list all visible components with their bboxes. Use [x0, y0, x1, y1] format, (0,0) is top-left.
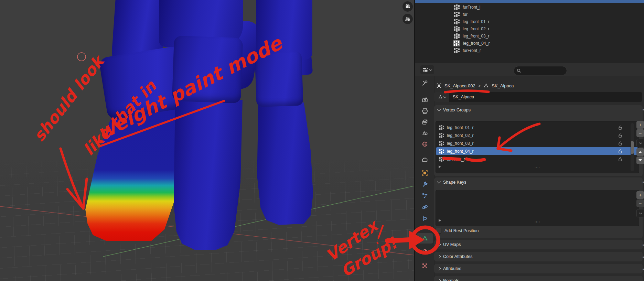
- vertex-group-icon: [439, 125, 444, 130]
- vertex-group-row[interactable]: leg_front_01_r: [436, 123, 638, 131]
- uv-maps-panel[interactable]: UV Maps ≡: [434, 240, 643, 249]
- world-icon: [421, 141, 428, 148]
- attributes-panel[interactable]: Attributes ≡: [434, 264, 643, 273]
- outliner-selected-row-partial[interactable]: [415, 0, 644, 3]
- panel-menu-icon[interactable]: ≡: [643, 255, 644, 259]
- vertex-group-move-down-button[interactable]: [636, 156, 644, 164]
- tab-material[interactable]: [417, 247, 433, 257]
- vertex-group-add-button[interactable]: +: [636, 121, 644, 129]
- mesh-id-dropdown[interactable]: [434, 92, 449, 102]
- texture-checker-icon: [421, 262, 428, 269]
- list-filter-toggle[interactable]: [439, 165, 441, 168]
- tab-world[interactable]: [417, 139, 433, 149]
- vertex-group-row-selected[interactable]: leg_front_04_r: [436, 147, 638, 155]
- outliner-row[interactable]: furFront_l: [415, 3, 644, 11]
- shape-keys-header[interactable]: Shape Keys ≡: [434, 177, 643, 187]
- vertex-group-icon: [439, 141, 444, 146]
- unlocked-icon[interactable]: [618, 149, 623, 154]
- breadcrumb-data[interactable]: SK_Alpaca: [492, 83, 514, 88]
- tab-modifiers[interactable]: [417, 179, 433, 190]
- tab-particles[interactable]: [417, 191, 433, 201]
- scene-icon: [421, 130, 428, 137]
- blender-window: furFront_l fur leg_front_01_r leg_front_…: [0, 0, 644, 281]
- vertex-groups-scrollbar-thumb[interactable]: [631, 141, 634, 154]
- shape-key-specials-menu[interactable]: [636, 209, 644, 217]
- breadcrumb: SK_Alpaca.002 > SK_Alpaca: [436, 81, 643, 90]
- alpaca-right-upper-leg: [256, 0, 312, 60]
- toggle-camera-view-button[interactable]: [402, 1, 413, 12]
- panel-title: Shape Keys: [443, 180, 466, 185]
- outliner-item-label: leg_front_01_r: [463, 19, 489, 24]
- tab-object[interactable]: [417, 168, 433, 178]
- panel-menu-icon[interactable]: ≡: [643, 180, 644, 184]
- vertex-groups-list[interactable]: leg_front_01_r leg_front_02_r leg_front_…: [436, 121, 639, 173]
- shape-key-add-button[interactable]: +: [636, 191, 644, 199]
- vertex-group-icon: [454, 19, 460, 24]
- wrench-icon: [421, 181, 428, 188]
- tab-collection[interactable]: [417, 155, 433, 165]
- search-field[interactable]: [521, 68, 560, 74]
- tab-view-layer[interactable]: [417, 117, 433, 127]
- breadcrumb-object[interactable]: SK_Alpaca.002: [444, 83, 475, 88]
- unlocked-icon[interactable]: [618, 125, 623, 130]
- vertex-group-icon: [454, 12, 460, 17]
- tab-scene[interactable]: [417, 128, 433, 138]
- render-icon: [421, 97, 428, 104]
- properties-editor-icon: [423, 67, 429, 73]
- chevron-down-icon: [443, 95, 446, 98]
- tab-tool[interactable]: [417, 78, 433, 88]
- 3d-viewport[interactable]: [0, 0, 415, 281]
- tab-output[interactable]: [417, 106, 433, 116]
- chevron-right-icon: [437, 279, 441, 281]
- material-icon: [421, 248, 428, 255]
- panel-menu-icon[interactable]: ≡: [643, 108, 644, 112]
- vertex-group-specials-menu[interactable]: [636, 139, 644, 147]
- search-input[interactable]: [514, 66, 567, 75]
- unlocked-icon[interactable]: [618, 133, 623, 138]
- shape-keys-list[interactable]: ········: [436, 190, 639, 226]
- grid-floor-icon: [405, 16, 411, 22]
- tab-constraints[interactable]: [417, 213, 433, 224]
- outliner-row[interactable]: fur: [415, 11, 644, 18]
- mesh-name-field[interactable]: SK_Alpaca: [449, 92, 642, 102]
- panel-menu-icon[interactable]: ≡: [643, 267, 644, 271]
- outliner-item-label: fur: [463, 12, 468, 17]
- list-filter-toggle[interactable]: [439, 219, 441, 222]
- outliner-row[interactable]: leg_front_01_r: [415, 18, 644, 25]
- panel-title: UV Maps: [443, 242, 461, 247]
- panel-menu-icon[interactable]: ≡: [643, 279, 644, 281]
- add-rest-position-checkbox[interactable]: [436, 228, 441, 234]
- color-attributes-panel[interactable]: Color Attributes ≡: [434, 252, 643, 261]
- object-icon: [421, 170, 428, 176]
- unlocked-icon[interactable]: [618, 141, 623, 146]
- outliner-row[interactable]: leg_front_04_r: [415, 40, 644, 47]
- panel-menu-icon[interactable]: ≡: [643, 242, 644, 247]
- outliner-row[interactable]: leg_front_03_r: [415, 32, 644, 40]
- add-rest-position-label: Add Rest Position: [444, 228, 479, 233]
- unlocked-icon[interactable]: [618, 157, 623, 162]
- editor-divider[interactable]: [414, 0, 415, 281]
- vertex-group-remove-button[interactable]: −: [636, 129, 644, 137]
- chevron-right-icon: [437, 242, 441, 246]
- tab-physics[interactable]: [417, 202, 433, 212]
- vertex-group-row[interactable]: furFront_r: [436, 155, 638, 163]
- outliner-row[interactable]: leg_front_02_r: [415, 25, 644, 32]
- tab-render[interactable]: [417, 95, 433, 105]
- shape-key-remove-button[interactable]: −: [636, 199, 644, 207]
- toggle-grid-button[interactable]: [402, 14, 413, 24]
- list-resize-grip[interactable]: ········: [532, 167, 543, 170]
- chevron-down-icon: [437, 180, 441, 183]
- list-resize-grip[interactable]: ········: [532, 220, 543, 223]
- normals-panel[interactable]: Normals ≡: [434, 276, 643, 281]
- vertex-group-move-up-button[interactable]: [636, 148, 644, 156]
- tab-object-data[interactable]: [417, 233, 433, 244]
- vertex-group-row[interactable]: leg_front_02_r: [436, 131, 638, 139]
- editor-type-button[interactable]: [420, 65, 434, 74]
- tab-texture[interactable]: [417, 261, 433, 271]
- vertex-group-icon: [439, 157, 444, 162]
- alpaca-middle-fur-cuff: [172, 36, 243, 104]
- outliner-row[interactable]: furFront_r: [415, 47, 644, 54]
- vertex-group-row[interactable]: leg_front_03_r: [436, 139, 638, 147]
- vertex-groups-header[interactable]: Vertex Groups ≡: [434, 105, 643, 115]
- outliner-panel[interactable]: furFront_l fur leg_front_01_r leg_front_…: [415, 0, 644, 63]
